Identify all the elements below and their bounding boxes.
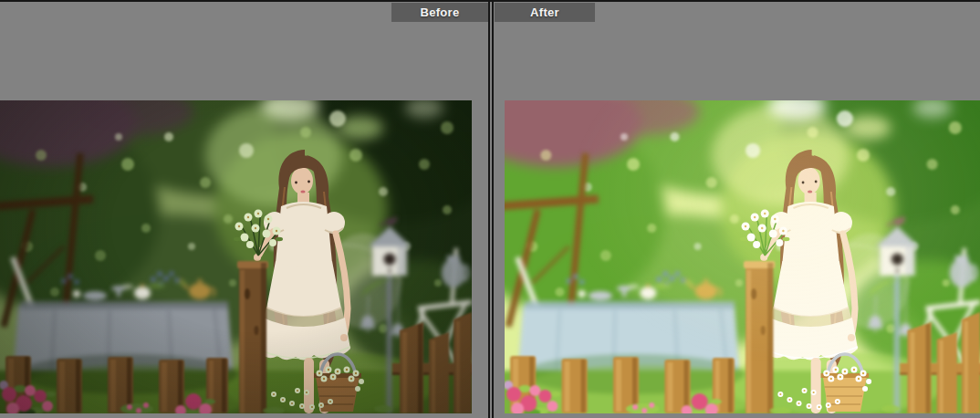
photo-illustration — [0, 100, 472, 413]
photo-illustration — [505, 100, 980, 413]
pane-divider-line-right — [492, 0, 494, 418]
after-label-text: After — [530, 5, 559, 19]
fence-post — [237, 261, 268, 413]
before-label: Before — [391, 3, 488, 22]
top-border-line — [0, 0, 980, 2]
before-after-compare-view: Before After — [0, 0, 980, 418]
before-label-text: Before — [421, 5, 460, 19]
before-image-canvas[interactable] — [0, 100, 472, 413]
after-image-canvas[interactable] — [505, 100, 980, 413]
after-label: After — [495, 3, 595, 22]
fence-post — [744, 261, 775, 413]
pane-divider-line-left — [488, 0, 490, 418]
